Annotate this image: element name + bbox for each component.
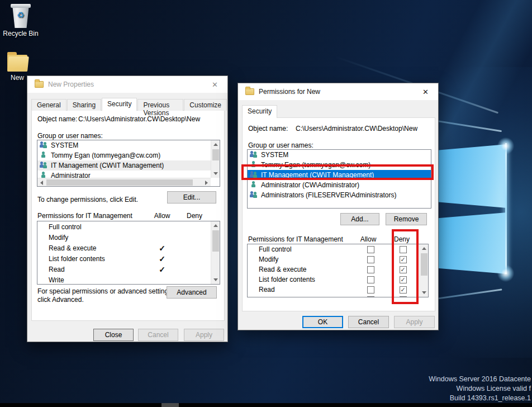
- allow-checkbox[interactable]: [367, 266, 374, 273]
- cancel-button[interactable]: Cancel: [138, 329, 178, 341]
- taskbar[interactable]: [0, 403, 532, 407]
- edit-hint: To change permissions, click Edit.: [37, 196, 138, 204]
- list-item[interactable]: SYSTEM: [248, 150, 431, 160]
- allow-checkbox[interactable]: [367, 296, 374, 297]
- advanced-hint-line2: click Advanced.: [37, 296, 84, 304]
- group-user-listbox[interactable]: SYSTEM Tommy Egan (tommyegan@cw.com) IT …: [37, 140, 220, 187]
- taskbar-button[interactable]: [162, 403, 179, 407]
- tab-customize[interactable]: Customize: [184, 99, 227, 111]
- scroll-right-icon[interactable]: [202, 178, 211, 187]
- permission-row: Write: [248, 295, 419, 297]
- vertical-scrollbar[interactable]: [211, 140, 220, 178]
- user-name: Administrator: [51, 172, 91, 178]
- horizontal-scrollbar[interactable]: [37, 178, 211, 186]
- tab-security[interactable]: Security: [102, 98, 137, 111]
- deny-checkbox[interactable]: ✓: [400, 286, 407, 294]
- close-icon[interactable]: ✕: [202, 76, 227, 93]
- dialog-title: New Properties: [48, 81, 94, 88]
- apply-button[interactable]: Apply: [394, 316, 435, 328]
- vertical-scrollbar[interactable]: [419, 244, 428, 297]
- list-item[interactable]: SYSTEM: [37, 140, 211, 150]
- windows-logo-edge-glow: [505, 143, 507, 274]
- edit-button[interactable]: Edit...: [167, 191, 216, 204]
- add-button[interactable]: Add...: [340, 213, 379, 225]
- list-item[interactable]: IT Management (CW\IT Management): [37, 160, 211, 171]
- permission-row: Full control: [248, 244, 419, 254]
- cancel-button[interactable]: Cancel: [348, 316, 389, 328]
- user-icon: [249, 161, 259, 169]
- advanced-button[interactable]: Advanced: [167, 286, 217, 299]
- scrollbar-thumb[interactable]: [212, 230, 219, 252]
- scroll-down-icon[interactable]: [211, 169, 220, 178]
- recycle-bin-icon: ♻: [10, 3, 32, 28]
- deny-checkbox[interactable]: [400, 246, 407, 253]
- allow-checkbox[interactable]: [367, 286, 374, 294]
- permissions-listbox[interactable]: Full control Modify ✓ Read & execute ✓ L…: [247, 244, 429, 297]
- folder-icon: [7, 55, 27, 72]
- security-tab-page: Object name: C:\Users\Administrator.CW\D…: [31, 110, 225, 321]
- users-group-icon: [39, 162, 49, 169]
- tab-sharing[interactable]: Sharing: [67, 99, 101, 111]
- windows-logo-corner-glow: [497, 138, 514, 154]
- users-group-icon: [249, 171, 259, 179]
- apply-button[interactable]: Apply: [184, 329, 224, 341]
- permissions-for-new-dialog: Permissions for New ✕ Security Object na…: [238, 83, 439, 330]
- group-name: IT Management (CW\IT Management): [51, 162, 164, 169]
- allow-checkbox[interactable]: [367, 246, 374, 253]
- deny-checkbox[interactable]: ✓: [400, 256, 407, 263]
- list-item[interactable]: Administrator: [37, 171, 211, 178]
- scrollbar-thumb[interactable]: [212, 149, 219, 160]
- scroll-up-icon[interactable]: [211, 140, 220, 149]
- permission-row: Write: [37, 275, 211, 284]
- deny-checkbox[interactable]: ✓: [400, 276, 407, 283]
- group-list-label: Group or user names:: [37, 132, 103, 140]
- tab-security[interactable]: Security: [242, 105, 277, 118]
- list-item[interactable]: Tommy Egan (tommyegan@cw.com): [37, 150, 211, 160]
- scroll-up-icon[interactable]: [211, 221, 220, 230]
- allow-checkbox[interactable]: [367, 276, 374, 283]
- new-properties-dialog: New Properties ✕ General Sharing Securit…: [27, 75, 228, 342]
- user-name: Administrator (CW\Administrator): [261, 181, 359, 189]
- user-icon: [39, 152, 49, 159]
- group-name: IT Management (CW\IT Management): [261, 171, 374, 179]
- user-name: Tommy Egan (tommyegan@cw.com): [51, 152, 160, 159]
- group-user-listbox[interactable]: SYSTEM Tommy Egan (tommyegan@cw.com) IT …: [247, 149, 431, 209]
- list-item[interactable]: IT Management (CW\IT Management): [248, 170, 431, 180]
- ok-button[interactable]: OK: [302, 316, 343, 328]
- deny-checkbox[interactable]: ✓: [400, 266, 407, 273]
- group-name: SYSTEM: [51, 141, 78, 149]
- vertical-scrollbar[interactable]: [211, 221, 220, 284]
- user-name: Tommy Egan (tommyegan@cw.com): [261, 161, 370, 169]
- scroll-left-icon[interactable]: [37, 178, 46, 187]
- list-item[interactable]: Administrators (FILESERVER\Administrator…: [248, 190, 431, 200]
- scroll-down-icon[interactable]: [211, 276, 220, 284]
- desktop-icon-recycle-bin[interactable]: ♻ Recycle Bin: [0, 3, 41, 37]
- tab-previous-versions[interactable]: Previous Versions: [137, 99, 183, 111]
- user-icon: [39, 172, 49, 178]
- scrollbar-thumb[interactable]: [46, 179, 193, 186]
- allow-checkmark: ✓: [146, 254, 178, 263]
- folder-icon: [35, 81, 44, 88]
- titlebar[interactable]: New Properties ✕: [27, 76, 227, 93]
- scroll-down-icon[interactable]: [420, 288, 429, 297]
- users-group-icon: [249, 151, 259, 159]
- titlebar[interactable]: Permissions for New ✕: [238, 83, 438, 100]
- allow-header: Allow: [352, 235, 384, 243]
- tab-strip: General Sharing Security Previous Versio…: [31, 98, 227, 111]
- allow-checkbox[interactable]: [367, 256, 374, 263]
- scroll-up-icon[interactable]: [420, 244, 429, 253]
- tab-general[interactable]: General: [31, 99, 66, 111]
- list-item[interactable]: Tommy Egan (tommyegan@cw.com): [248, 160, 431, 170]
- remove-button[interactable]: Remove: [386, 213, 427, 225]
- deny-checkbox[interactable]: [400, 296, 407, 297]
- close-icon[interactable]: ✕: [413, 83, 438, 100]
- permission-row: Read ✓: [248, 285, 419, 295]
- list-item[interactable]: Administrator (CW\Administrator): [248, 180, 431, 190]
- users-group-icon: [39, 141, 49, 149]
- permission-row: List folder contents ✓: [248, 275, 419, 285]
- permission-row: Read & execute ✓: [248, 264, 419, 275]
- windows-watermark: Windows Server 2016 Datacente Windows Li…: [429, 375, 531, 403]
- permissions-listbox[interactable]: Full control Modify Read & execute ✓ Lis…: [37, 221, 220, 285]
- close-button[interactable]: Close: [93, 329, 134, 341]
- scrollbar-thumb[interactable]: [421, 253, 428, 276]
